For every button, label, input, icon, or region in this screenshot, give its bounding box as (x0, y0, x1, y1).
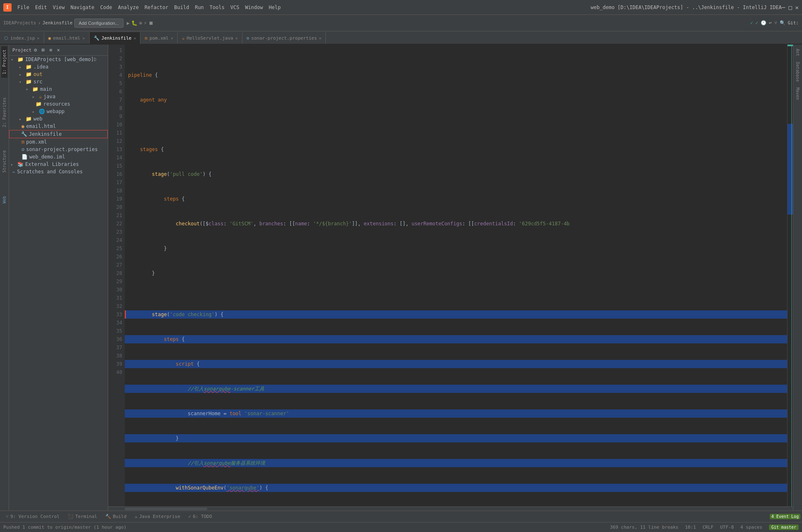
tab-close-pom[interactable]: ✕ (171, 36, 173, 40)
sidebar-tab-structure[interactable]: Structure (1, 147, 7, 176)
tree-label-java: java (43, 94, 55, 99)
tree-item-resources[interactable]: 📁 resources (9, 100, 108, 108)
tree-item-web-demo-iml[interactable]: 📄 web_demo.iml (9, 153, 108, 161)
git-clock-icon[interactable]: 🕐 (761, 20, 766, 26)
tab-todo[interactable]: ✓ 6: TODO (184, 512, 216, 521)
sidebar-tab-favorites[interactable]: 2: Favorites (1, 94, 7, 130)
tree-item-scratches[interactable]: ✏️ Scratches and Consoles (9, 168, 108, 175)
encoding[interactable]: UTF-8 (720, 525, 734, 530)
git-label: Git: (788, 20, 799, 26)
file-name-label: Jenkinsfile (43, 20, 73, 26)
tab-index-jsp[interactable]: ⬡ index.jsp ✕ (0, 32, 44, 44)
tree-item-web[interactable]: ▸ 📁 web (9, 115, 108, 123)
add-configuration-button[interactable]: Add Configuration... (74, 19, 123, 28)
git-branch-badge[interactable]: Git master (769, 525, 799, 530)
tab-close-sonar[interactable]: ✕ (319, 36, 321, 40)
menu-build[interactable]: Build (172, 4, 192, 11)
horizontal-scrollbar[interactable] (108, 506, 793, 511)
search-everywhere-icon[interactable]: 🔍 (780, 20, 785, 26)
tab-close-helloservlet[interactable]: ✕ (235, 36, 238, 40)
bottom-right-area: 4 Event Log (770, 514, 800, 519)
line-ending[interactable]: CRLF (702, 525, 714, 530)
bottom-tabs: ⑂ 9: Version Control ⬛ Terminal 🔨 Build … (0, 511, 802, 522)
position-info[interactable]: 10:1 (685, 525, 696, 530)
coverage-icon[interactable]: ⊕ (139, 20, 142, 26)
menu-analyze[interactable]: Analyze (115, 4, 141, 11)
tab-jenkinsfile[interactable]: 🔧 Jenkinsfile ✕ (90, 32, 141, 44)
tree-item-sonar-props[interactable]: ⚙ sonar-project.properties (9, 146, 108, 153)
debug-icon[interactable]: 🐛 (131, 20, 138, 26)
tree-item-pom-xml[interactable]: m pom.xml (9, 138, 108, 146)
main-content: 1: Project 2: Favorites Structure Web Pr… (0, 45, 802, 511)
minimize-button[interactable]: ─ (782, 4, 785, 11)
tab-terminal[interactable]: ⬛ Terminal (64, 512, 101, 521)
menu-vcs[interactable]: VCS (228, 4, 242, 11)
menu-window[interactable]: Window (242, 4, 265, 11)
close-button[interactable]: ✕ (795, 4, 799, 11)
version-control-icon: ⑂ (6, 514, 9, 519)
profile-icon[interactable]: ⚡ (144, 20, 147, 26)
maximize-button[interactable]: □ (788, 4, 792, 11)
tab-close-jenkinsfile[interactable]: ✕ (133, 36, 136, 40)
code-scroll[interactable]: pipeline { agent any stages { stage('pul… (125, 45, 787, 506)
code-line-13: //引入sonarqube-scanner工具 (125, 385, 787, 393)
indent-info[interactable]: 4 spaces (740, 525, 762, 530)
tree-item-email-html[interactable]: ◉ email.html (9, 123, 108, 130)
title-bar: I File Edit View Navigate Code Analyze R… (0, 0, 802, 15)
tab-pom-xml[interactable]: m pom.xml ✕ (140, 32, 178, 44)
menu-view[interactable]: View (50, 4, 67, 11)
event-log-badge[interactable]: 4 Event Log (770, 514, 800, 519)
tree-label-main: main (40, 86, 52, 92)
tree-item-java[interactable]: ▸ ☕ java (9, 93, 108, 100)
sidebar-collapse-icon[interactable]: ✕ (56, 46, 61, 54)
push-message: Pushed 1 commit to origin/master (1 hour… (3, 525, 126, 530)
tab-build[interactable]: 🔨 Build (101, 512, 131, 521)
sidebar-settings-icon[interactable]: ≡ (48, 46, 53, 54)
tab-version-control[interactable]: ⑂ 9: Version Control (2, 512, 64, 521)
tree-item-main[interactable]: ▾ 📁 main (9, 85, 108, 93)
stop-icon[interactable]: ⏹ (149, 20, 154, 26)
tab-close-email[interactable]: ✕ (83, 36, 85, 40)
menu-run[interactable]: Run (192, 4, 206, 11)
tree-item-jenkinsfile[interactable]: 🔧 Jenkinsfile (9, 130, 108, 138)
ant-panel-tab[interactable]: Ant (795, 46, 801, 59)
menu-edit[interactable]: Edit (33, 4, 50, 11)
tree-item-webapp[interactable]: ▸ 🌐 webapp (9, 108, 108, 115)
app-logo: I (3, 3, 12, 12)
menu-tools[interactable]: Tools (207, 4, 227, 11)
tab-helloservlet[interactable]: ☕ HelloServlet.java ✕ (178, 32, 242, 44)
code-line-1: pipeline { (125, 71, 787, 79)
sidebar-layout-icon[interactable]: ⊞ (41, 46, 45, 54)
sidebar-gear-icon[interactable]: ⚙ (33, 46, 38, 54)
menu-file[interactable]: File (15, 4, 32, 11)
tree-label-email-html: email.html (26, 123, 56, 129)
sidebar-tab-project[interactable]: 1: Project (1, 46, 7, 78)
h-scrollbar-thumb[interactable] (125, 508, 207, 510)
tree-item-src[interactable]: ▾ 📁 src (9, 78, 108, 85)
run-icon[interactable]: ▶ (127, 20, 130, 26)
git-undo-icon[interactable]: ↩ (769, 20, 772, 26)
tree-item-ideaprojects[interactable]: ▾ 📁 IDEAProjects [web_demo] D (9, 56, 108, 63)
tree-item-external-libraries[interactable]: ▸ 📚 External Libraries (9, 161, 108, 168)
menu-help[interactable]: Help (266, 4, 283, 11)
tree-item-out[interactable]: ▸ 📁 out (9, 71, 108, 78)
sidebar-title: Project (12, 47, 31, 53)
tab-close-index[interactable]: ✕ (37, 36, 40, 40)
window-title: web_demo [D:\IDEA\IDEAProjects] - ..\Jen… (591, 5, 781, 10)
tab-label-email: email.html (53, 35, 80, 41)
tree-arrow-main: ▾ (26, 87, 32, 92)
git-branch-icon[interactable]: ⑂ (774, 20, 777, 26)
tab-java-enterprise[interactable]: ☕ Java Enterprise (131, 512, 184, 521)
char-info: 369 chars, 11 line breaks (610, 525, 679, 530)
tab-email-html[interactable]: ◉ email.html ✕ (44, 32, 90, 44)
tree-item-idea[interactable]: ▸ 📁 .idea (9, 63, 108, 71)
menu-navigate[interactable]: Navigate (68, 4, 97, 11)
tab-sonar-props[interactable]: ⚙ sonar-project.properties ✕ (242, 32, 326, 44)
tree-label-scratches: Scratches and Consoles (17, 169, 83, 175)
menu-code[interactable]: Code (98, 4, 115, 11)
email-file-icon: ◉ (21, 123, 24, 129)
database-panel-tab[interactable]: Database (795, 59, 801, 84)
sidebar-tab-web[interactable]: Web (1, 193, 7, 207)
maven-panel-tab[interactable]: Maven (795, 85, 801, 102)
menu-refactor[interactable]: Refactor (142, 4, 171, 11)
